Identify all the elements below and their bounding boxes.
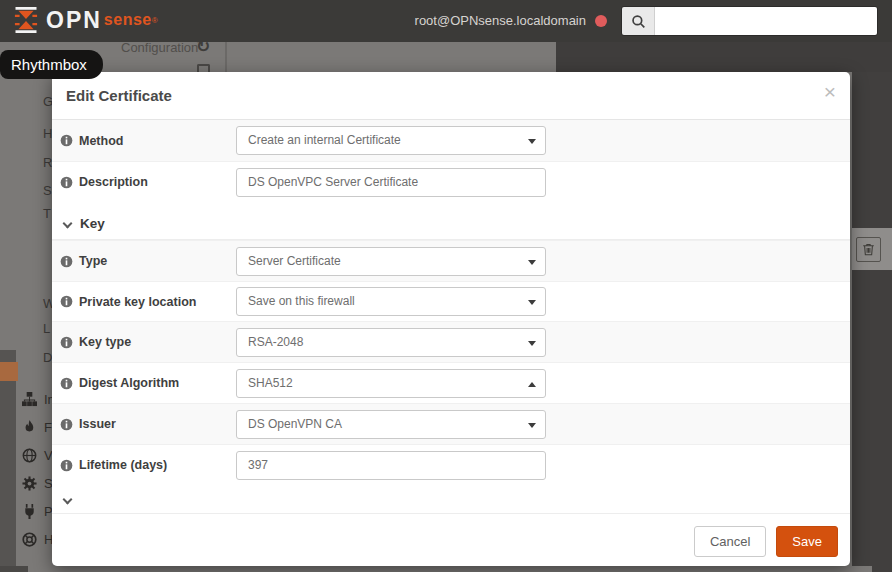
cancel-button[interactable]: Cancel (694, 526, 766, 557)
top-header-bar: OPNsense® root@OPNsense.localdomain (0, 0, 892, 42)
delete-button[interactable] (856, 237, 881, 262)
form-row-digest-algorithm: Digest Algorithm SHA512 (52, 362, 850, 403)
selected-value: RSA-2048 (248, 335, 303, 349)
close-icon[interactable]: × (824, 81, 836, 102)
caret-down-icon (528, 260, 536, 265)
private-key-location-select[interactable]: Save on this firewall (236, 287, 546, 316)
sitemap-icon (22, 392, 37, 407)
dialog-footer: Cancel Save (52, 516, 850, 566)
chevron-down-icon (63, 495, 73, 505)
section-key[interactable]: Key (52, 202, 850, 240)
sidebar-item-label: Fire (44, 420, 52, 435)
info-icon (60, 295, 73, 308)
sidebar-fragment: S (43, 183, 52, 198)
dimmed-left-sidebar: G H R S T W L D Inte Fire VPN Serv Pow (0, 72, 52, 566)
form-row-lifetime: Lifetime (days) (52, 444, 850, 485)
sidebar-fragment: W (43, 296, 52, 311)
globe-icon (22, 448, 37, 463)
section-title: Key (80, 216, 105, 231)
selected-value: DS OpenVPN CA (248, 417, 342, 431)
save-button[interactable]: Save (776, 526, 838, 557)
sidebar-item-label: Pow (44, 504, 52, 519)
field-label: Method (79, 134, 123, 148)
screen: Configuration ↻ G H R S T W L D Inte Fir… (0, 0, 892, 572)
section-general[interactable] (52, 485, 850, 514)
logo-text-primary: OPN (46, 7, 102, 34)
field-label: Lifetime (days) (79, 458, 167, 472)
form-row-issuer: Issuer DS OpenVPN CA (52, 403, 850, 444)
issuer-select[interactable]: DS OpenVPN CA (236, 410, 546, 439)
sidebar-orange-fragment (0, 362, 18, 381)
info-icon (60, 134, 73, 147)
description-field-wrap (236, 168, 546, 197)
info-icon (60, 336, 73, 349)
chevron-down-icon (63, 219, 73, 229)
selected-value: Save on this firewall (248, 294, 355, 308)
caret-down-icon (528, 423, 536, 428)
key-type-select[interactable]: RSA-2048 (236, 328, 546, 357)
sidebar-item-label: Hel (44, 532, 52, 547)
dimmed-page-strip-dark (556, 42, 892, 72)
form-row-key-type: Key type RSA-2048 (52, 321, 850, 362)
dialog-body: Method Create an internal Certificate De… (52, 120, 850, 516)
field-label: Key type (79, 335, 131, 349)
form-row-description: Description (52, 161, 850, 202)
sidebar-item-label: Inte (44, 392, 52, 407)
sidebar-item-power: Pow (22, 504, 52, 519)
dialog-header: Edit Certificate × (52, 72, 850, 120)
selected-value: Create an internal Certificate (248, 133, 401, 147)
global-search (621, 6, 878, 36)
field-label: Digest Algorithm (79, 376, 179, 390)
search-icon (631, 14, 646, 29)
field-label: Private key location (79, 295, 196, 309)
background-config-text: Configuration (121, 40, 198, 55)
caret-down-icon (528, 341, 536, 346)
sidebar-item-services: Serv (22, 476, 52, 491)
caret-down-icon (528, 139, 536, 144)
bottom-strip-dark-right (872, 566, 892, 572)
field-label: Description (79, 175, 148, 189)
dimmed-right-area (852, 72, 892, 566)
trash-icon (862, 243, 875, 256)
logged-in-user[interactable]: root@OPNsense.localdomain (415, 13, 586, 28)
sidebar-item-firewall: Fire (22, 420, 52, 435)
form-row-type: Type Server Certificate (52, 240, 850, 281)
plug-icon (22, 504, 37, 519)
clipboard-icon (197, 64, 210, 72)
field-label: Issuer (79, 417, 116, 431)
info-icon (60, 176, 73, 189)
lifetime-field-wrap (236, 451, 546, 480)
desktop-tooltip: Rhythmbox (0, 50, 103, 79)
search-input[interactable] (655, 7, 877, 35)
opnsense-logo[interactable]: OPNsense® (12, 6, 158, 34)
fire-icon (22, 420, 37, 435)
life-ring-icon (22, 532, 37, 547)
dimmed-table-row (852, 228, 892, 270)
registered-mark: ® (152, 16, 158, 25)
logo-text-secondary: sense (104, 11, 152, 29)
search-button[interactable] (622, 7, 655, 35)
info-icon (60, 418, 73, 431)
method-select[interactable]: Create an internal Certificate (236, 126, 546, 155)
description-field[interactable] (248, 169, 523, 196)
status-dot (595, 15, 607, 27)
selected-value: SHA512 (248, 376, 293, 390)
sidebar-fragment: D (43, 350, 52, 365)
digest-algorithm-select[interactable]: SHA512 (236, 369, 546, 398)
sidebar-fragment: R (43, 155, 52, 170)
dialog-title: Edit Certificate (66, 87, 172, 104)
sidebar-fragment: H (43, 126, 52, 141)
sidebar-fragment: L (43, 321, 50, 336)
sidebar-fragment: G (43, 94, 52, 109)
form-row-method: Method Create an internal Certificate (52, 120, 850, 161)
info-icon (60, 377, 73, 390)
edit-certificate-dialog: Edit Certificate × Method Create an inte… (52, 72, 850, 566)
sidebar-item-interfaces: Inte (22, 392, 52, 407)
sidebar-fragment: T (43, 206, 51, 221)
sidebar-edge-band (0, 350, 16, 566)
background-divider (225, 42, 227, 72)
sidebar-item-help: Hel (22, 532, 52, 547)
type-select[interactable]: Server Certificate (236, 247, 546, 276)
sidebar-item-label: Serv (44, 476, 52, 491)
lifetime-field[interactable] (248, 452, 523, 479)
